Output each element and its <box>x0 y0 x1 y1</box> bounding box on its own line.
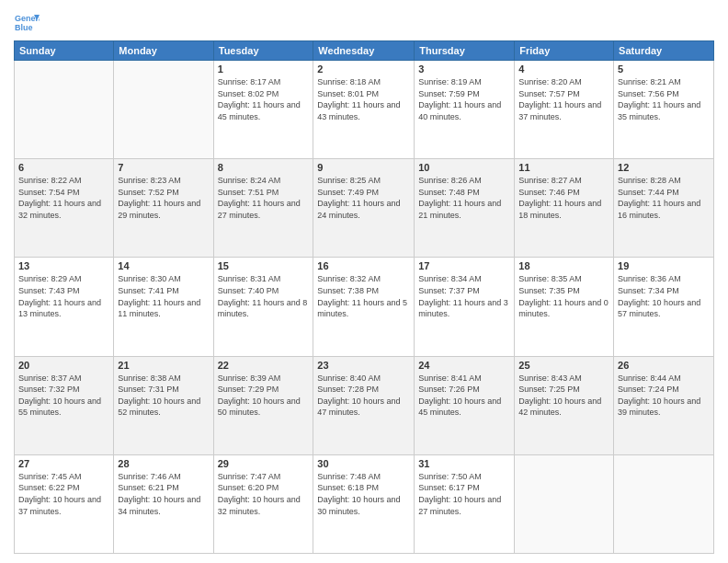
day-number: 15 <box>218 260 310 271</box>
calendar-cell: 23Sunrise: 8:40 AM Sunset: 7:28 PM Dayli… <box>313 356 415 454</box>
calendar-cell: 26Sunrise: 8:44 AM Sunset: 7:24 PM Dayli… <box>614 356 714 454</box>
day-number: 7 <box>118 162 209 173</box>
calendar-cell: 27Sunrise: 7:45 AM Sunset: 6:22 PM Dayli… <box>15 454 114 553</box>
day-number: 30 <box>317 458 410 469</box>
day-info: Sunrise: 8:19 AM Sunset: 7:59 PM Dayligh… <box>418 76 510 122</box>
calendar-cell: 4Sunrise: 8:20 AM Sunset: 7:57 PM Daylig… <box>515 61 614 159</box>
calendar-cell: 14Sunrise: 8:30 AM Sunset: 7:41 PM Dayli… <box>114 258 213 356</box>
day-info: Sunrise: 8:27 AM Sunset: 7:46 PM Dayligh… <box>518 175 609 221</box>
day-info: Sunrise: 7:46 AM Sunset: 6:21 PM Dayligh… <box>118 471 209 517</box>
calendar-cell: 28Sunrise: 7:46 AM Sunset: 6:21 PM Dayli… <box>114 454 213 553</box>
calendar-cell: 21Sunrise: 8:38 AM Sunset: 7:31 PM Dayli… <box>114 356 213 454</box>
day-number: 24 <box>418 360 510 371</box>
day-info: Sunrise: 8:35 AM Sunset: 7:35 PM Dayligh… <box>518 273 609 319</box>
calendar-cell: 1Sunrise: 8:17 AM Sunset: 8:02 PM Daylig… <box>213 61 313 159</box>
day-info: Sunrise: 8:32 AM Sunset: 7:38 PM Dayligh… <box>317 273 410 319</box>
day-number: 4 <box>518 63 609 75</box>
day-number: 23 <box>317 360 410 371</box>
svg-text:Blue: Blue <box>15 23 33 32</box>
calendar-cell: 6Sunrise: 8:22 AM Sunset: 7:54 PM Daylig… <box>15 159 114 258</box>
day-number: 18 <box>518 260 609 271</box>
calendar-cell: 19Sunrise: 8:36 AM Sunset: 7:34 PM Dayli… <box>614 258 714 356</box>
calendar-cell: 15Sunrise: 8:31 AM Sunset: 7:40 PM Dayli… <box>213 258 313 356</box>
day-number: 22 <box>218 360 310 371</box>
day-info: Sunrise: 8:22 AM Sunset: 7:54 PM Dayligh… <box>18 175 109 221</box>
day-number: 11 <box>518 162 609 173</box>
day-info: Sunrise: 7:50 AM Sunset: 6:17 PM Dayligh… <box>418 471 510 517</box>
calendar-cell: 30Sunrise: 7:48 AM Sunset: 6:18 PM Dayli… <box>313 454 415 553</box>
day-number: 6 <box>18 162 109 173</box>
day-info: Sunrise: 8:40 AM Sunset: 7:28 PM Dayligh… <box>317 373 410 419</box>
day-info: Sunrise: 8:39 AM Sunset: 7:29 PM Dayligh… <box>218 373 310 419</box>
calendar-cell <box>614 454 714 553</box>
day-number: 1 <box>218 63 310 75</box>
calendar-cell: 31Sunrise: 7:50 AM Sunset: 6:17 PM Dayli… <box>415 454 515 553</box>
day-info: Sunrise: 8:29 AM Sunset: 7:43 PM Dayligh… <box>18 273 109 319</box>
day-number: 21 <box>118 360 209 371</box>
day-info: Sunrise: 8:43 AM Sunset: 7:25 PM Dayligh… <box>518 373 609 419</box>
day-info: Sunrise: 7:45 AM Sunset: 6:22 PM Dayligh… <box>18 471 109 517</box>
day-number: 10 <box>418 162 510 173</box>
weekday-header-monday: Monday <box>114 41 213 61</box>
day-info: Sunrise: 8:24 AM Sunset: 7:51 PM Dayligh… <box>218 175 310 221</box>
day-info: Sunrise: 8:26 AM Sunset: 7:48 PM Dayligh… <box>418 175 510 221</box>
weekday-header-row: SundayMondayTuesdayWednesdayThursdayFrid… <box>15 41 714 61</box>
day-number: 25 <box>518 360 609 371</box>
calendar-week-1: 1Sunrise: 8:17 AM Sunset: 8:02 PM Daylig… <box>15 61 714 159</box>
day-info: Sunrise: 8:21 AM Sunset: 7:56 PM Dayligh… <box>618 76 710 122</box>
day-number: 8 <box>218 162 310 173</box>
calendar-cell: 18Sunrise: 8:35 AM Sunset: 7:35 PM Dayli… <box>515 258 614 356</box>
weekday-header-sunday: Sunday <box>15 41 114 61</box>
weekday-header-saturday: Saturday <box>614 41 714 61</box>
day-number: 17 <box>418 260 510 271</box>
day-number: 3 <box>418 63 510 75</box>
weekday-header-wednesday: Wednesday <box>313 41 415 61</box>
day-number: 2 <box>317 63 410 75</box>
calendar-cell: 20Sunrise: 8:37 AM Sunset: 7:32 PM Dayli… <box>15 356 114 454</box>
logo-icon: General Blue <box>14 9 40 35</box>
day-number: 20 <box>18 360 109 371</box>
calendar-cell: 29Sunrise: 7:47 AM Sunset: 6:20 PM Dayli… <box>213 454 313 553</box>
header: General Blue <box>14 9 714 35</box>
calendar-cell <box>114 61 213 159</box>
day-info: Sunrise: 8:23 AM Sunset: 7:52 PM Dayligh… <box>118 175 209 221</box>
weekday-header-thursday: Thursday <box>415 41 515 61</box>
day-info: Sunrise: 8:20 AM Sunset: 7:57 PM Dayligh… <box>518 76 609 122</box>
day-number: 9 <box>317 162 410 173</box>
logo: General Blue <box>14 9 43 35</box>
calendar-week-3: 13Sunrise: 8:29 AM Sunset: 7:43 PM Dayli… <box>15 258 714 356</box>
day-info: Sunrise: 8:41 AM Sunset: 7:26 PM Dayligh… <box>418 373 510 419</box>
day-info: Sunrise: 8:30 AM Sunset: 7:41 PM Dayligh… <box>118 273 209 319</box>
day-info: Sunrise: 8:31 AM Sunset: 7:40 PM Dayligh… <box>218 273 310 319</box>
calendar-cell: 8Sunrise: 8:24 AM Sunset: 7:51 PM Daylig… <box>213 159 313 258</box>
day-info: Sunrise: 8:28 AM Sunset: 7:44 PM Dayligh… <box>618 175 710 221</box>
day-info: Sunrise: 8:36 AM Sunset: 7:34 PM Dayligh… <box>618 273 710 319</box>
weekday-header-friday: Friday <box>515 41 614 61</box>
day-number: 29 <box>218 458 310 469</box>
page: General Blue SundayMondayTuesdayWednesda… <box>0 0 728 563</box>
day-info: Sunrise: 7:47 AM Sunset: 6:20 PM Dayligh… <box>218 471 310 517</box>
calendar-cell <box>515 454 614 553</box>
day-number: 26 <box>618 360 710 371</box>
day-number: 27 <box>18 458 109 469</box>
day-info: Sunrise: 8:38 AM Sunset: 7:31 PM Dayligh… <box>118 373 209 419</box>
weekday-header-tuesday: Tuesday <box>213 41 313 61</box>
calendar-cell: 9Sunrise: 8:25 AM Sunset: 7:49 PM Daylig… <box>313 159 415 258</box>
day-number: 13 <box>18 260 109 271</box>
calendar-table: SundayMondayTuesdayWednesdayThursdayFrid… <box>14 40 714 554</box>
calendar-cell: 17Sunrise: 8:34 AM Sunset: 7:37 PM Dayli… <box>415 258 515 356</box>
calendar-cell: 2Sunrise: 8:18 AM Sunset: 8:01 PM Daylig… <box>313 61 415 159</box>
day-number: 28 <box>118 458 209 469</box>
day-number: 12 <box>618 162 710 173</box>
day-info: Sunrise: 8:17 AM Sunset: 8:02 PM Dayligh… <box>218 76 310 122</box>
day-info: Sunrise: 8:25 AM Sunset: 7:49 PM Dayligh… <box>317 175 410 221</box>
calendar-cell: 5Sunrise: 8:21 AM Sunset: 7:56 PM Daylig… <box>614 61 714 159</box>
day-number: 19 <box>618 260 710 271</box>
day-info: Sunrise: 8:18 AM Sunset: 8:01 PM Dayligh… <box>317 76 410 122</box>
calendar-cell <box>15 61 114 159</box>
calendar-cell: 25Sunrise: 8:43 AM Sunset: 7:25 PM Dayli… <box>515 356 614 454</box>
calendar-cell: 16Sunrise: 8:32 AM Sunset: 7:38 PM Dayli… <box>313 258 415 356</box>
day-number: 5 <box>618 63 710 75</box>
day-number: 16 <box>317 260 410 271</box>
day-info: Sunrise: 8:37 AM Sunset: 7:32 PM Dayligh… <box>18 373 109 419</box>
